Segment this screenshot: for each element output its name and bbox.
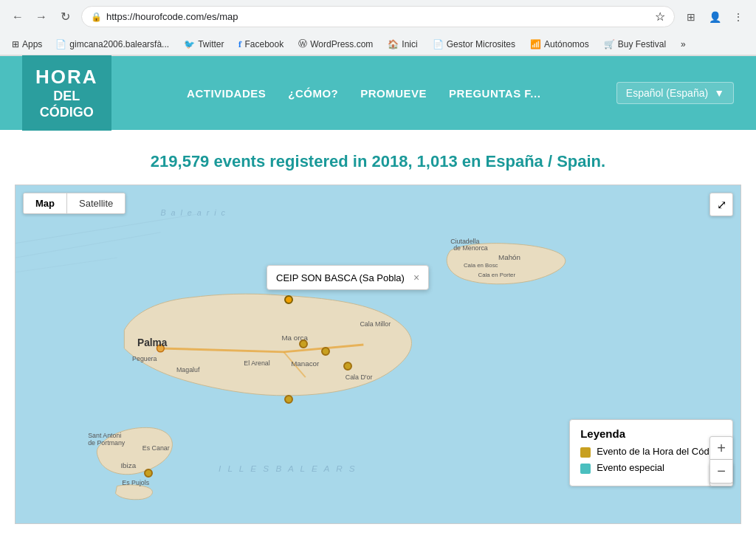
legend-item-1: Evento especial	[580, 462, 722, 474]
bookmark-autonomos[interactable]: 📶 Autónomos	[524, 37, 595, 52]
nav-preguntas[interactable]: PREGUNTAS F...	[449, 87, 540, 100]
browser-chrome: ← → ↻ 🔒 ☆ ⊞ 👤 ⋮ ⊞ Apps 📄 gimcana2006.bal…	[0, 0, 756, 56]
map-marker-3[interactable]	[343, 362, 352, 371]
svg-text:Manacor: Manacor	[291, 359, 320, 368]
main-content: 219,579 events registered in 2018, 1,013…	[0, 130, 756, 531]
inici-icon: 🏠	[388, 39, 399, 49]
svg-text:Es Pujols: Es Pujols	[122, 479, 149, 486]
site-logo[interactable]: HORA DEL CÓDIGO	[22, 55, 111, 131]
legend-color-0	[580, 447, 591, 458]
svg-text:Cala Millor: Cala Millor	[360, 320, 391, 328]
browser-icons: ⊞ 👤 ⋮	[681, 7, 749, 27]
map-type-map[interactable]: Map	[24, 193, 66, 213]
popup-text: CEIP SON BASCA (Sa Pobla)	[276, 272, 405, 283]
chevron-down-icon: ▼	[714, 87, 724, 99]
minus-icon: −	[717, 463, 726, 480]
wordpress-icon: Ⓦ	[298, 38, 307, 50]
bookmark-apps[interactable]: ⊞ Apps	[7, 37, 47, 52]
back-button[interactable]: ←	[7, 7, 28, 27]
star-icon[interactable]: ☆	[655, 10, 665, 24]
map-popup: CEIP SON BASCA (Sa Pobla) ×	[267, 265, 429, 290]
map-container[interactable]: Map Satellite ⤢	[15, 185, 741, 524]
legend-label-1: Evento especial	[597, 462, 664, 473]
url-input[interactable]	[106, 11, 650, 22]
extensions-icon[interactable]: ⊞	[681, 7, 701, 27]
svg-text:Ibiza: Ibiza	[120, 461, 136, 469]
legend-label-0: Evento de la Hora del Código	[597, 446, 722, 457]
bookmark-wordpress[interactable]: Ⓦ WordPress.com	[292, 35, 379, 52]
twitter-icon: 🐦	[184, 39, 195, 49]
svg-text:El Arenal: El Arenal	[244, 359, 269, 367]
svg-text:Peguera: Peguera	[132, 355, 157, 362]
events-title: 219,579 events registered in 2018, 1,013…	[15, 152, 741, 171]
nav-actividades[interactable]: ACTIVIDADES	[187, 87, 266, 100]
svg-text:Es Canar: Es Canar	[142, 444, 170, 452]
fullscreen-icon: ⤢	[717, 198, 726, 212]
map-legend: Leyenda Evento de la Hora del Código Eve…	[569, 419, 733, 486]
nav-buttons: ← → ↻	[7, 7, 75, 27]
svg-text:Ciutadella: Ciutadella	[450, 238, 479, 245]
legend-color-1	[580, 464, 591, 474]
autonomos-icon: 📶	[530, 39, 541, 49]
refresh-button[interactable]: ↻	[55, 7, 75, 27]
fullscreen-button[interactable]: ⤢	[709, 193, 733, 216]
logo-line3: CÓDIGO	[35, 105, 98, 121]
svg-text:Cala en Bosc: Cala en Bosc	[464, 262, 498, 269]
apps-label: Apps	[22, 39, 42, 49]
buyfestival-icon: 🛒	[604, 39, 615, 49]
logo-line2: DEL	[35, 89, 98, 105]
address-bar[interactable]: 🔒 ☆	[81, 6, 675, 27]
svg-text:B a l e a r i c: B a l e a r i c	[160, 208, 226, 217]
legend-title: Leyenda	[580, 427, 722, 440]
bookmark-facebook[interactable]: 𝐟 Facebook	[233, 37, 289, 52]
map-marker-2[interactable]	[321, 347, 330, 356]
popup-close-button[interactable]: ×	[413, 272, 419, 283]
bookmark-more[interactable]: »	[675, 37, 692, 52]
browser-toolbar: ← → ↻ 🔒 ☆ ⊞ 👤 ⋮	[0, 0, 756, 33]
gestor-icon: 📄	[433, 39, 444, 49]
bookmark-twitter[interactable]: 🐦 Twitter	[178, 37, 230, 52]
map-marker-4[interactable]	[284, 395, 293, 404]
plus-icon: +	[717, 440, 726, 457]
zoom-out-button[interactable]: −	[709, 460, 733, 483]
lock-icon: 🔒	[91, 12, 102, 22]
map-marker-5[interactable]	[144, 469, 153, 478]
site-nav: ACTIVIDADES ¿CÓMO? PROMUEVE PREGUNTAS F.…	[141, 87, 587, 100]
svg-text:Palma: Palma	[137, 337, 168, 348]
map-marker-1[interactable]	[299, 340, 308, 348]
apps-grid-icon: ⊞	[12, 39, 19, 49]
logo-line1: HORA	[35, 66, 98, 89]
site-header: HORA DEL CÓDIGO ACTIVIDADES ¿CÓMO? PROMU…	[0, 56, 756, 130]
facebook-icon: 𝐟	[238, 39, 241, 49]
svg-text:de Menorca: de Menorca	[453, 244, 488, 252]
map-marker-0[interactable]	[284, 295, 293, 304]
bookmarks-bar: ⊞ Apps 📄 gimcana2006.balearsfà... 🐦 Twit…	[0, 33, 756, 55]
forward-button[interactable]: →	[31, 7, 52, 27]
svg-text:Cala en Porter: Cala en Porter	[478, 272, 516, 278]
zoom-in-button[interactable]: +	[709, 436, 733, 460]
legend-item-0: Evento de la Hora del Código	[580, 446, 722, 458]
menu-icon[interactable]: ⋮	[728, 7, 749, 27]
map-type-satellite[interactable]: Satellite	[67, 193, 125, 213]
bookmark-inici[interactable]: 🏠 Inici	[382, 37, 423, 52]
svg-text:de Portmany: de Portmany	[88, 439, 126, 447]
nav-promueve[interactable]: PROMUEVE	[360, 87, 427, 100]
profile-icon[interactable]: 👤	[704, 7, 725, 27]
svg-text:Sant Antoni: Sant Antoni	[88, 432, 121, 439]
svg-text:Cala D'or: Cala D'or	[346, 373, 373, 381]
language-label: Español (España)	[626, 87, 708, 99]
language-selector[interactable]: Español (España) ▼	[616, 82, 734, 104]
bookmark-buyfestival[interactable]: 🛒 Buy Festival	[598, 37, 672, 52]
bookmark-favicon: 📄	[55, 39, 66, 49]
nav-como[interactable]: ¿CÓMO?	[288, 87, 338, 100]
svg-text:I L L E S   B A L E A R S: I L L E S B A L E A R S	[219, 464, 357, 473]
bookmark-gimcana[interactable]: 📄 gimcana2006.balearsfà...	[49, 37, 175, 52]
svg-text:Mahón: Mahón	[498, 253, 520, 261]
bookmark-gestor[interactable]: 📄 Gestor Microsites	[427, 37, 521, 52]
map-type-buttons: Map Satellite	[23, 193, 126, 214]
svg-text:Magaluf: Magaluf	[176, 366, 200, 373]
